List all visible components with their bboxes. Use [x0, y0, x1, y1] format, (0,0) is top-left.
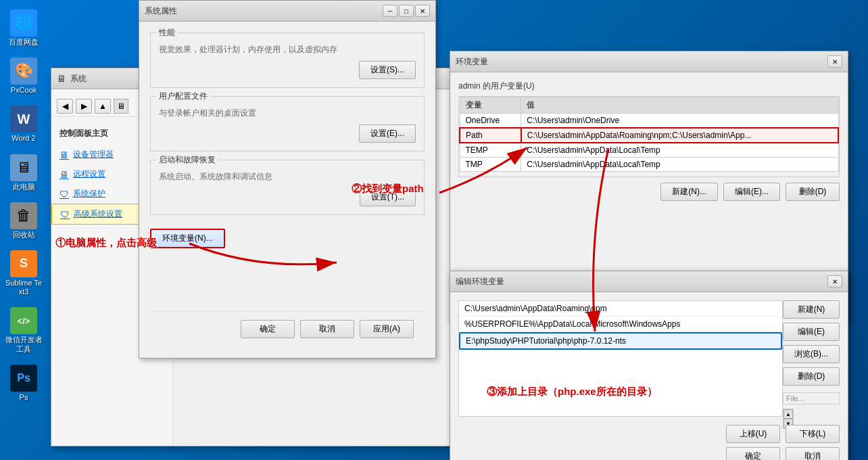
edit-env-item-php[interactable]: E:\phpStudy\PHPTutorial\php\php-7.0.12-n…: [459, 332, 782, 350]
performance-btn-container: 设置(S)...: [159, 61, 416, 79]
desktop: 🌐 百度网盘 🎨 PxCook W Word 2 🖥 此电脑 🗑 回收站 S S…: [0, 0, 868, 460]
desktop-icon-computer[interactable]: 🖥 此电脑: [2, 152, 45, 194]
ps-icon-label: Ps: [20, 393, 28, 402]
edit-file-button[interactable]: File...: [783, 392, 840, 405]
nav-up-button[interactable]: ▲: [95, 99, 111, 114]
desktop-icon-pxcook[interactable]: 🎨 PxCook: [2, 55, 45, 97]
performance-title: 性能: [156, 27, 178, 39]
user-vars-title: admin 的用户变量(U): [458, 80, 840, 92]
desktop-icon-wechat[interactable]: </> 微信开发者工具: [2, 304, 45, 356]
edit-move-down-button[interactable]: 下移(L): [786, 425, 840, 443]
advanced-maximize-button[interactable]: □: [399, 5, 414, 17]
user-edit-button[interactable]: 编辑(E)...: [723, 183, 780, 201]
tmp-var: TMP: [460, 158, 521, 172]
env-row-temp[interactable]: TEMP C:\Users\admin\AppData\Local\Temp: [460, 143, 838, 158]
edit-new-button[interactable]: 新建(N): [783, 300, 840, 319]
edit-move-up-button[interactable]: 上移(U): [726, 425, 780, 443]
tmp-value: C:\Users\admin\AppData\Local\Temp: [521, 158, 838, 172]
desktop-icon-baidu[interactable]: 🌐 百度网盘: [2, 7, 45, 49]
onedrive-var: OneDrive: [460, 114, 521, 129]
env-close-button[interactable]: ✕: [827, 55, 842, 68]
system-title-icon: 🖥: [57, 73, 66, 84]
edit-env-title-text: 编辑环境变量: [456, 276, 504, 288]
advanced-icon: 🛡: [60, 209, 70, 220]
nav-computer-icon: 🖥: [114, 99, 128, 114]
edit-right-side: 新建(N) 编辑(E) 浏览(B)... 删除(D) File... ▲ ▼: [783, 300, 840, 422]
performance-section: 性能 视觉效果，处理器计划，内存使用，以及虚拟内存 设置(S)...: [150, 32, 425, 88]
edit-env-titlebar[interactable]: 编辑环境变量 ✕: [450, 271, 848, 292]
advanced-title-text: 系统属性: [145, 5, 177, 17]
startup-recovery-title: 启动和故障恢复: [156, 154, 218, 166]
env-row-onedrive[interactable]: OneDrive C:\Users\admin\OneDrive: [460, 114, 838, 129]
advanced-panel: 系统属性 ─ □ ✕ 性能 视觉效果，处理器计划，内存使用，以及虚拟内存 设置(…: [139, 0, 436, 359]
temp-var: TEMP: [460, 143, 521, 158]
env-row-path[interactable]: Path C:\Users\admin\AppData\Roaming\npm;…: [460, 128, 838, 143]
desktop-icon-sublime[interactable]: S Sublime Text3: [2, 248, 45, 299]
edit-browse-button[interactable]: 浏览(B)...: [783, 345, 840, 363]
edit-move-buttons: 上移(U) 下移(L): [458, 425, 840, 443]
computer-icon-label: 此电脑: [13, 183, 35, 191]
user-vars-table-container: 变量 值 OneDrive C:\Users\admin\OneDrive Pa…: [458, 96, 840, 177]
performance-desc: 视觉效果，处理器计划，内存使用，以及虚拟内存: [159, 44, 416, 55]
user-vars-buttons: 新建(N)... 编辑(E)... 删除(D): [458, 183, 840, 201]
var-col-header: 变量: [460, 97, 521, 114]
device-manager-label: 设备管理器: [73, 149, 114, 160]
desktop-icon-ps[interactable]: Ps Ps: [2, 362, 45, 405]
desktop-icon-recycle[interactable]: 🗑 回收站: [2, 200, 45, 242]
wechat-icon-label: 微信开发者工具: [5, 336, 43, 353]
startup-recovery-btn-container: 设置(T)...: [159, 188, 416, 206]
edit-content: C:\Users\admin\AppData\Roaming\npm %USER…: [458, 300, 840, 422]
system-title-text: 系统: [70, 73, 87, 85]
remote-icon: 🖥: [59, 169, 69, 180]
edit-env-body: C:\Users\admin\AppData\Roaming\npm %USER…: [450, 292, 848, 460]
word-icon-label: Word 2: [11, 134, 35, 143]
system-title: 🖥 系统: [57, 73, 87, 85]
desktop-icon-word[interactable]: W Word 2: [2, 103, 45, 145]
edit-env-item-profile[interactable]: %USERPROFILE%\AppData\Local\Microsoft\Wi…: [459, 317, 782, 332]
nav-forward-button[interactable]: ▶: [76, 99, 92, 114]
device-manager-icon: 🖥: [59, 150, 69, 160]
user-profile-title: 用户配置文件: [156, 91, 210, 102]
edit-env-item-npm[interactable]: C:\Users\admin\AppData\Roaming\npm: [459, 301, 782, 317]
temp-value: C:\Users\admin\AppData\Local\Temp: [521, 143, 838, 158]
val-col-header: 值: [521, 97, 838, 114]
edit-cancel-button[interactable]: 取消: [786, 447, 840, 460]
advanced-apply-button[interactable]: 应用(A): [360, 320, 414, 338]
advanced-close-button[interactable]: ✕: [415, 5, 430, 17]
path-var: Path: [460, 128, 521, 143]
user-profile-btn-container: 设置(E)...: [159, 124, 416, 143]
user-profile-settings-button[interactable]: 设置(E)...: [359, 124, 416, 143]
edit-ok-button[interactable]: 确定: [726, 447, 780, 460]
env-button-row: 环境变量(N)...: [150, 229, 425, 248]
edit-env-list[interactable]: C:\Users\admin\AppData\Roaming\npm %USER…: [458, 300, 783, 417]
advanced-body: 性能 视觉效果，处理器计划，内存使用，以及虚拟内存 设置(S)... 用户配置文…: [139, 22, 435, 357]
scroll-up-arrow[interactable]: ▲: [783, 409, 793, 419]
env-titlebar[interactable]: 环境变量 ✕: [450, 51, 848, 72]
advanced-minimize-button[interactable]: ─: [383, 5, 397, 17]
env-variables-button[interactable]: 环境变量(N)...: [150, 229, 225, 248]
nav-back-button[interactable]: ◀: [57, 99, 73, 114]
advanced-window-controls: ─ □ ✕: [383, 5, 430, 17]
edit-env-close-button[interactable]: ✕: [827, 275, 842, 288]
advanced-ok-button[interactable]: 确定: [241, 320, 295, 338]
advanced-bottom-buttons: 确定 取消 应用(A): [150, 311, 425, 346]
startup-recovery-section: 启动和故障恢复 系统启动、系统故障和调试信息 设置(T)...: [150, 160, 425, 215]
advanced-cancel-button[interactable]: 取消: [300, 320, 354, 338]
user-new-button[interactable]: 新建(N)...: [660, 183, 718, 201]
recycle-icon-label: 回收站: [13, 231, 35, 239]
env-row-tmp[interactable]: TMP C:\Users\admin\AppData\Local\Temp: [460, 158, 838, 172]
startup-recovery-desc: 系统启动、系统故障和调试信息: [159, 171, 416, 183]
user-delete-button[interactable]: 删除(D): [786, 183, 840, 201]
performance-settings-button[interactable]: 设置(S)...: [359, 61, 416, 79]
edit-env-title: 编辑环境变量: [456, 276, 504, 288]
user-vars-table: 变量 值 OneDrive C:\Users\admin\OneDrive Pa…: [459, 97, 839, 172]
advanced-titlebar[interactable]: 系统属性 ─ □ ✕: [139, 1, 435, 22]
protection-icon: 🛡: [59, 189, 69, 200]
onedrive-value: C:\Users\admin\OneDrive: [521, 114, 838, 129]
edit-edit-button[interactable]: 编辑(E): [783, 323, 840, 341]
path-value: C:\Users\admin\AppData\Roaming\npm;C:\Us…: [521, 128, 838, 143]
startup-recovery-settings-button[interactable]: 设置(T)...: [360, 188, 416, 206]
edit-env-window: 编辑环境变量 ✕ C:\Users\admin\AppData\Roaming\…: [450, 271, 848, 460]
env-title: 环境变量: [456, 56, 488, 68]
edit-delete-button[interactable]: 删除(D): [783, 367, 840, 386]
